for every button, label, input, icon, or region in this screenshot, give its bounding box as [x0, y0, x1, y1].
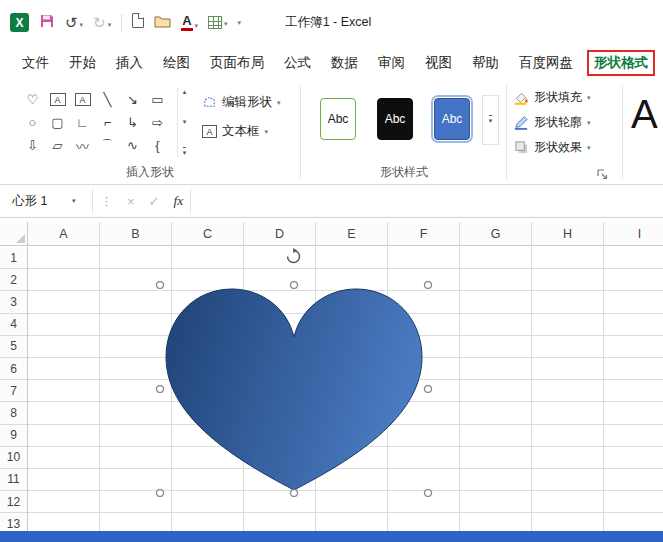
dialog-launcher-button[interactable] — [597, 166, 608, 177]
resize-handle-top-right[interactable] — [424, 281, 432, 289]
row-header-1[interactable]: 1 — [0, 247, 27, 269]
open-file-button[interactable] — [154, 14, 171, 32]
row-header-7[interactable]: 7 — [0, 380, 27, 402]
shape-fill-button[interactable]: 形状填充 ▾ — [514, 89, 591, 106]
shape-effects-button[interactable]: 形状效果 ▾ — [514, 139, 591, 156]
shape-outline-button[interactable]: 形状轮廓 ▾ — [514, 114, 591, 131]
wordart-styles-button[interactable]: A — [631, 84, 658, 144]
redo-button[interactable]: ↻ ▾ — [93, 15, 111, 30]
column-header-G[interactable]: G — [460, 222, 532, 245]
row-header-3[interactable]: 3 — [0, 291, 27, 313]
bent-arrow-connector-icon[interactable]: ↳ — [120, 111, 145, 134]
resize-handle-bottom-left[interactable] — [156, 489, 164, 497]
tab-文件[interactable]: 文件 — [12, 50, 59, 76]
formula-bar-drag-handle[interactable]: ⋮ — [101, 195, 112, 208]
elbow-connector-icon[interactable]: ∟ — [70, 111, 95, 134]
undo-icon: ↺ — [65, 15, 78, 30]
resize-handle-top-middle[interactable] — [290, 281, 298, 289]
rotation-handle[interactable] — [285, 248, 302, 269]
row-header-10[interactable]: 10 — [0, 447, 27, 469]
row-header-11[interactable]: 11 — [0, 469, 27, 491]
tab-形状格式[interactable]: 形状格式 — [587, 50, 655, 76]
rotate-icon — [285, 248, 302, 265]
heart-shape-graphic[interactable] — [160, 285, 428, 493]
new-document-button[interactable] — [132, 13, 144, 32]
tab-百度网盘[interactable]: 百度网盘 — [509, 50, 583, 76]
tab-审阅[interactable]: 审阅 — [368, 50, 415, 76]
shape-styles-more-button[interactable]: ▾ — [482, 95, 499, 145]
tab-视图[interactable]: 视图 — [415, 50, 462, 76]
row-header-6[interactable]: 6 — [0, 358, 27, 380]
arc-icon[interactable]: ⌒ — [95, 134, 120, 157]
line-icon[interactable]: ╲ — [95, 88, 120, 111]
column-header-B[interactable]: B — [100, 222, 172, 245]
shape-style-preset-1[interactable]: Abc — [320, 98, 356, 140]
vertical-text-box-icon[interactable]: A — [75, 93, 91, 106]
shape-style-preset-2[interactable]: Abc — [377, 98, 413, 140]
tab-公式[interactable]: 公式 — [274, 50, 321, 76]
oval-icon[interactable]: ○ — [20, 111, 45, 134]
resize-handle-middle-right[interactable] — [424, 385, 432, 393]
column-header-I[interactable]: I — [604, 222, 663, 245]
curve-icon[interactable]: ∿ — [120, 134, 145, 157]
row-header-12[interactable]: 12 — [0, 491, 27, 513]
scribble-icon[interactable]: 〰 — [70, 134, 95, 157]
insert-function-icon[interactable]: fx — [174, 193, 184, 209]
row-header-8[interactable]: 8 — [0, 402, 27, 424]
elbow-connector-2-icon[interactable]: ⌐ — [95, 111, 120, 134]
chevron-down-icon: ▾ — [587, 142, 591, 153]
parallelogram-icon[interactable]: ▱ — [45, 134, 70, 157]
enter-icon[interactable]: ✓ — [149, 194, 160, 209]
borders-button[interactable]: ▾ — [208, 16, 228, 29]
shape-style-preset-3-selected[interactable]: Abc — [434, 98, 470, 140]
gallery-more-icon[interactable]: ▾ — [183, 147, 187, 157]
column-header-H[interactable]: H — [532, 222, 604, 245]
quick-access-more-button[interactable]: ▾ — [238, 17, 242, 28]
excel-logo-icon[interactable]: X — [10, 13, 29, 32]
resize-handle-top-left[interactable] — [156, 281, 164, 289]
resize-handle-bottom-middle[interactable] — [290, 489, 298, 497]
left-brace-icon[interactable]: { — [145, 134, 170, 157]
save-icon[interactable] — [39, 13, 55, 33]
row-header-2[interactable]: 2 — [0, 269, 27, 291]
text-box-icon[interactable]: A — [50, 93, 66, 106]
select-all-corner[interactable] — [0, 222, 28, 246]
insert-shapes-buttons: 编辑形状 ▾ A 文本框 ▾ — [202, 94, 281, 140]
font-color-button[interactable]: A ▾ — [181, 14, 198, 31]
edit-shape-button[interactable]: 编辑形状 ▾ — [202, 94, 281, 111]
shape-gallery-scrollbar: ▴ ▾ ▾ — [177, 88, 191, 157]
formula-input[interactable] — [191, 185, 663, 217]
column-header-A[interactable]: A — [28, 222, 100, 245]
new-document-icon — [132, 13, 144, 28]
tab-数据[interactable]: 数据 — [321, 50, 368, 76]
tab-开始[interactable]: 开始 — [59, 50, 106, 76]
down-arrow-icon[interactable]: ⇩ — [20, 134, 45, 157]
undo-button[interactable]: ↺ ▾ — [65, 15, 83, 30]
resize-handle-bottom-right[interactable] — [424, 489, 432, 497]
gallery-scroll-up-icon[interactable]: ▴ — [183, 88, 187, 96]
rectangle-icon[interactable]: ▭ — [145, 88, 170, 111]
cancel-icon[interactable]: × — [127, 194, 135, 209]
right-arrow-icon[interactable]: ⇨ — [145, 111, 170, 134]
row-header-5[interactable]: 5 — [0, 336, 27, 358]
heart-shape-icon[interactable]: ♡ — [20, 88, 45, 111]
selected-heart-shape[interactable] — [160, 285, 428, 493]
name-box-dropdown-icon[interactable]: ▾ — [72, 197, 92, 205]
tab-帮助[interactable]: 帮助 — [462, 50, 509, 76]
row-header-4[interactable]: 4 — [0, 314, 27, 336]
column-header-E[interactable]: E — [316, 222, 388, 245]
tab-插入[interactable]: 插入 — [106, 50, 153, 76]
resize-handle-middle-left[interactable] — [156, 385, 164, 393]
row-header-9[interactable]: 9 — [0, 425, 27, 447]
line-arrow-icon[interactable]: ↘ — [120, 88, 145, 111]
text-box-button[interactable]: A 文本框 ▾ — [202, 123, 281, 140]
column-header-C[interactable]: C — [172, 222, 244, 245]
tab-页面布局[interactable]: 页面布局 — [200, 50, 274, 76]
gallery-scroll-down-icon[interactable]: ▾ — [183, 118, 187, 126]
tab-绘图[interactable]: 绘图 — [153, 50, 200, 76]
column-header-D[interactable]: D — [244, 222, 316, 245]
row-header-13[interactable]: 13 — [0, 513, 27, 531]
name-box[interactable]: 心形 1 — [0, 193, 72, 210]
rounded-rectangle-icon[interactable]: ▢ — [45, 111, 70, 134]
column-header-F[interactable]: F — [388, 222, 460, 245]
